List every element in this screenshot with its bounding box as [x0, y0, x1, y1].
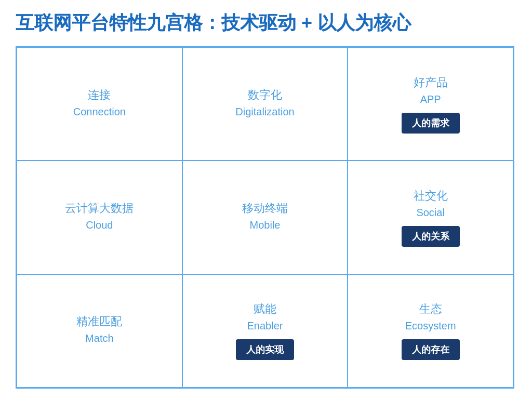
cell-cloud-en: Cloud	[86, 219, 113, 231]
cell-match: 精准匹配Match	[17, 274, 182, 388]
cell-enabler-en: Enabler	[247, 320, 283, 332]
cell-social-en: Social	[416, 207, 444, 219]
cell-connection-en: Connection	[73, 106, 126, 118]
cell-ecosystem-en: Ecosystem	[405, 320, 456, 332]
cell-enabler-badge: 人的实现	[236, 339, 294, 360]
page-title: 互联网平台特性九宫格：技术驱动 + 以人为核心	[16, 10, 411, 36]
cell-digitalization: 数字化Digitalization	[182, 47, 348, 161]
cell-digitalization-cn: 数字化	[248, 87, 282, 103]
cell-ecosystem-cn: 生态	[419, 301, 442, 317]
cell-cloud: 云计算大数据Cloud	[17, 161, 182, 274]
cell-social-cn: 社交化	[414, 188, 448, 204]
cell-mobile: 移动终端Mobile	[182, 161, 348, 274]
cell-ecosystem: 生态Ecosystem人的存在	[348, 274, 513, 388]
cell-good-product: 好产品APP人的需求	[348, 47, 513, 161]
cell-good-product-en: APP	[420, 94, 441, 105]
cell-enabler-cn: 赋能	[254, 301, 276, 317]
cell-connection-cn: 连接	[88, 87, 111, 103]
cell-cloud-cn: 云计算大数据	[65, 201, 134, 216]
cell-mobile-en: Mobile	[250, 219, 281, 231]
cell-connection: 连接Connection	[17, 47, 182, 161]
cell-enabler: 赋能Enabler人的实现	[182, 274, 348, 388]
nine-grid: 连接Connection数字化Digitalization好产品APP人的需求云…	[16, 46, 514, 389]
cell-ecosystem-badge: 人的存在	[402, 339, 460, 360]
cell-mobile-cn: 移动终端	[242, 201, 288, 216]
cell-good-product-badge: 人的需求	[402, 113, 460, 134]
cell-good-product-cn: 好产品	[414, 75, 448, 90]
cell-social-badge: 人的关系	[402, 226, 460, 247]
cell-social: 社交化Social人的关系	[348, 161, 513, 274]
cell-digitalization-en: Digitalization	[235, 106, 294, 118]
cell-match-en: Match	[85, 332, 113, 344]
cell-match-cn: 精准匹配	[76, 314, 122, 329]
